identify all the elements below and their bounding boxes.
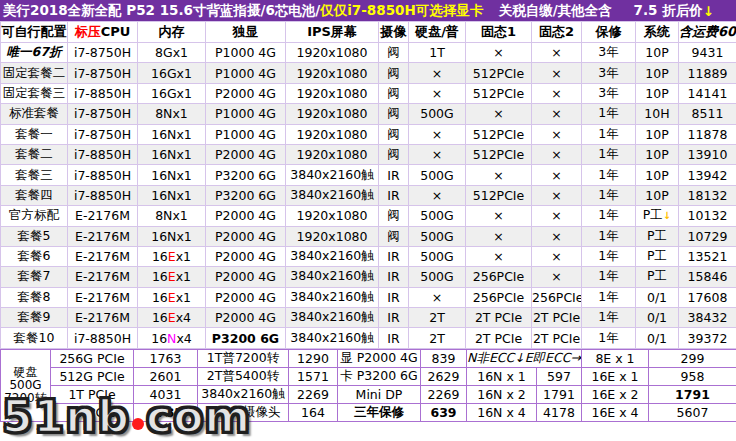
cell-camera: 阀 xyxy=(379,124,409,144)
cell-screen: 1920x1080 xyxy=(286,63,379,83)
addon-cell: 1763 xyxy=(134,349,198,367)
addon-cell: 164 xyxy=(289,403,338,421)
cell-screen: 1920x1080 xyxy=(286,144,379,164)
title-bar: 美行2018全新全配 P52 15.6寸背蓝指摄/6芯电池/ 仅仅i7-8850… xyxy=(0,0,736,21)
addon-cell: 卡 P3200 6G xyxy=(338,367,421,385)
text-part: 16 xyxy=(152,290,168,305)
cell-cpu: i7-8750H xyxy=(68,124,138,144)
text-part: x4 xyxy=(176,310,191,325)
addon-cell: 1T PCIe xyxy=(51,385,134,403)
cell-ssd2: × xyxy=(532,185,582,205)
cell-camera: 阀 xyxy=(379,83,409,103)
header-cell-ram: 内存 xyxy=(138,22,206,43)
cell-os: 10H xyxy=(636,104,679,124)
cell-ram: 8Nx1 xyxy=(138,104,206,124)
cell-screen: 3840x2160触 xyxy=(286,185,379,205)
cell-package: 套餐一 xyxy=(1,124,68,144)
addon-cell: 1T普7200转 xyxy=(198,349,289,367)
config-table: 可自行配置标压CPU内存独显IPS屏幕摄像硬盘/普固态1固态2保修系统含运费60… xyxy=(0,21,736,349)
addon-cell: 三年保修 xyxy=(338,403,421,421)
cell-gpu: P1000 4G xyxy=(206,104,286,124)
cell-package: 固定套餐三 xyxy=(1,83,68,103)
cell-ram: 16Nx4 xyxy=(138,328,206,348)
text-part: E xyxy=(168,249,176,264)
cell-hdd: 500G xyxy=(409,104,466,124)
cell-screen: 1920x1080 xyxy=(286,206,379,226)
cell-gpu: P2000 4G xyxy=(206,308,286,328)
text-part: 16 xyxy=(151,331,167,346)
cell-os: 10P xyxy=(636,124,679,144)
header-cell-camera: 摄像 xyxy=(379,22,409,43)
cell-camera: 阀 xyxy=(379,43,409,63)
cell-cpu: E-2176M xyxy=(68,267,138,287)
cell-warranty: 1年 xyxy=(582,308,636,328)
cell-gpu: P2000 4G xyxy=(206,144,286,164)
cell-screen: 1920x1080 xyxy=(286,226,379,246)
addon-cell: 16N x 4 xyxy=(467,403,537,421)
addon-cell: 3840x2160触 xyxy=(198,385,289,403)
cell-os: P工 xyxy=(636,226,679,246)
cell-camera: IR xyxy=(379,308,409,328)
addon-cell: 1571 xyxy=(289,367,338,385)
addon-cell: 639 xyxy=(421,403,467,421)
cell-cpu: E-2176M xyxy=(68,206,138,226)
cell-ssd2: × xyxy=(532,43,582,63)
cell-cpu: i7-8750H xyxy=(68,43,138,63)
cell-warranty: 1年 xyxy=(582,185,636,205)
cell-cpu: E-2176M xyxy=(68,308,138,328)
cell-cpu: E-2176M xyxy=(68,287,138,307)
cell-camera: 阀 xyxy=(379,144,409,164)
cell-cpu: i7-8850H xyxy=(68,83,138,103)
cell-ssd1: 2T PCIe xyxy=(466,328,532,348)
cell-ram: 16Nx1 xyxy=(138,226,206,246)
cell-ssd1: 512PCIe xyxy=(466,124,532,144)
cell-cpu: i7-8850H xyxy=(68,185,138,205)
cell-hdd: 500G xyxy=(409,246,466,266)
cell-os: 10P xyxy=(636,144,679,164)
cell-warranty: 1年 xyxy=(582,165,636,185)
cell-price: 8511 xyxy=(679,104,736,124)
config-row-12: 套餐7E-2176M16Ex1P2000 4G3840x2160触IR500G2… xyxy=(1,267,736,287)
cell-camera: 阀 xyxy=(379,63,409,83)
header-cell-ssd1: 固态1 xyxy=(466,22,532,43)
addon-cell: 16E x 2 xyxy=(582,385,649,403)
config-row-14: 套餐9E-2176M16Ex4P2000 4G3840x2160触IR2T2T … xyxy=(1,308,736,328)
cell-camera: IR xyxy=(379,165,409,185)
config-row-2: 固定套餐二i7-8750H16Gx1P1000 4G1920x1080阀×512… xyxy=(1,63,736,83)
addon-cell: 4031 xyxy=(134,385,198,403)
cell-os: 0/1 xyxy=(636,328,679,348)
addon-cell: 597 xyxy=(537,367,582,385)
cell-camera: IR xyxy=(379,267,409,287)
cell-price: 10132 xyxy=(679,206,736,226)
config-row-10: 套餐5E-2176M16Nx1P2000 4G1920x1080阀500G××1… xyxy=(1,226,736,246)
cell-os: P工↓ xyxy=(636,206,679,226)
addon-cell: 2T普5400转 xyxy=(198,367,289,385)
cell-ssd1: 512PCIe xyxy=(466,63,532,83)
title-discount: 7.5 折后价 xyxy=(634,2,703,20)
cell-ssd2: × xyxy=(532,144,582,164)
cell-ssd2: × xyxy=(532,267,582,287)
addon-row-3: 1T PCIe40313840x2160触2269Mini DP226916N … xyxy=(1,385,736,403)
cell-screen: 3840x2160触 xyxy=(286,246,379,266)
text-part: x4 xyxy=(176,331,191,346)
cell-hdd: × xyxy=(409,144,466,164)
cell-warranty: 1年 xyxy=(582,144,636,164)
cell-ram: 16Ex1 xyxy=(138,287,206,307)
cell-ram: 16Ex1 xyxy=(138,246,206,266)
cell-hdd: 500G xyxy=(409,165,466,185)
cell-ram: 16Gx1 xyxy=(138,63,206,83)
config-row-9: 官方标配E-2176M8Nx1P2000 4G1920x1080阀500G××1… xyxy=(1,206,736,226)
cell-package: 唯一67折 xyxy=(1,43,68,63)
config-row-13: 套餐8E-2176M16Ex1P2000 4G3840x2160触IR×256P… xyxy=(1,287,736,307)
cell-screen: 1920x1080 xyxy=(286,124,379,144)
cell-price: 15846 xyxy=(679,267,736,287)
addon-cell: IR红外摄像头 xyxy=(198,403,289,421)
addon-cell: 1791 xyxy=(537,385,582,403)
cell-package: 套餐5 xyxy=(1,226,68,246)
cell-ssd2: × xyxy=(532,246,582,266)
cell-cpu: i7-8750H xyxy=(68,104,138,124)
cell-package: 套餐三 xyxy=(1,165,68,185)
cell-ssd1: 2T PCIe xyxy=(466,308,532,328)
cell-cpu: E-2176M xyxy=(68,246,138,266)
addon-cell: 958 xyxy=(649,367,736,385)
